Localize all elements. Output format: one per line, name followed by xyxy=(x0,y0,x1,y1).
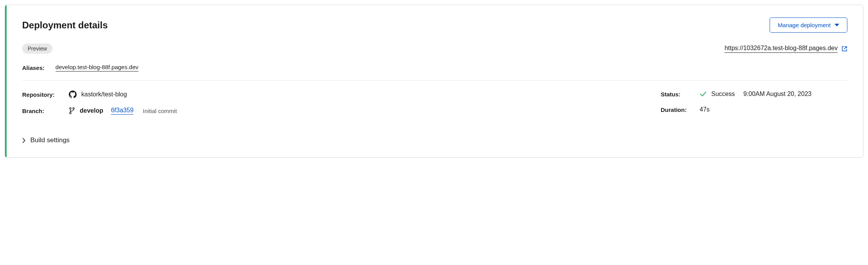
info-col-left: Repository: kastork/test-blog Branch: xyxy=(22,91,637,123)
duration-label: Duration: xyxy=(661,106,700,113)
deployment-url-text: https://1032672a.test-blog-88f.pages.dev xyxy=(724,45,838,53)
status-text: Success xyxy=(711,91,735,98)
commit-message: Initial commit xyxy=(143,108,177,114)
check-icon xyxy=(700,91,707,97)
aliases-label: Aliases: xyxy=(22,65,45,71)
external-link-icon xyxy=(842,46,847,52)
status-row: Status: Success 9:00AM August 20, 2023 xyxy=(661,91,847,98)
branch-name: develop xyxy=(80,107,103,114)
preview-badge: Preview xyxy=(22,44,52,54)
svg-point-0 xyxy=(70,108,71,109)
commit-link[interactable]: 6f3a359 xyxy=(111,107,133,115)
repository-row: Repository: kastork/test-blog xyxy=(22,91,637,98)
build-settings-label: Build settings xyxy=(30,136,70,144)
duration-row: Duration: 47s xyxy=(661,106,847,113)
svg-point-2 xyxy=(70,112,71,114)
status-label: Status: xyxy=(661,91,700,98)
info-grid: Repository: kastork/test-blog Branch: xyxy=(22,91,847,123)
info-col-right: Status: Success 9:00AM August 20, 2023 D… xyxy=(661,91,847,123)
chevron-right-icon xyxy=(22,138,26,143)
page-title: Deployment details xyxy=(22,20,108,31)
status-value: Success 9:00AM August 20, 2023 xyxy=(700,91,812,98)
manage-button-label: Manage deployment xyxy=(778,22,831,28)
manage-deployment-button[interactable]: Manage deployment xyxy=(770,17,847,33)
caret-down-icon xyxy=(835,24,839,26)
deployment-card: Deployment details Manage deployment Pre… xyxy=(5,5,863,158)
repository-name: kastork/test-blog xyxy=(81,91,127,98)
header-row: Deployment details Manage deployment xyxy=(22,17,847,33)
aliases-row: Aliases: develop.test-blog-88f.pages.dev xyxy=(22,64,847,80)
duration-value: 47s xyxy=(700,106,710,113)
repository-value: kastork/test-blog xyxy=(69,91,127,98)
status-timestamp: 9:00AM August 20, 2023 xyxy=(743,91,811,98)
svg-point-1 xyxy=(73,108,74,109)
branch-row: Branch: develop 6f3a359 Initial commit xyxy=(22,107,637,115)
build-settings-toggle[interactable]: Build settings xyxy=(22,136,70,144)
github-icon xyxy=(69,91,77,98)
deployment-url-link[interactable]: https://1032672a.test-blog-88f.pages.dev xyxy=(724,45,847,53)
duration-text: 47s xyxy=(700,106,710,113)
repository-label: Repository: xyxy=(22,91,69,98)
preview-url-row: Preview https://1032672a.test-blog-88f.p… xyxy=(22,44,847,54)
branch-icon xyxy=(69,107,75,114)
branch-label: Branch: xyxy=(22,108,69,114)
alias-link[interactable]: develop.test-blog-88f.pages.dev xyxy=(56,64,138,71)
branch-value: develop 6f3a359 Initial commit xyxy=(69,107,177,115)
